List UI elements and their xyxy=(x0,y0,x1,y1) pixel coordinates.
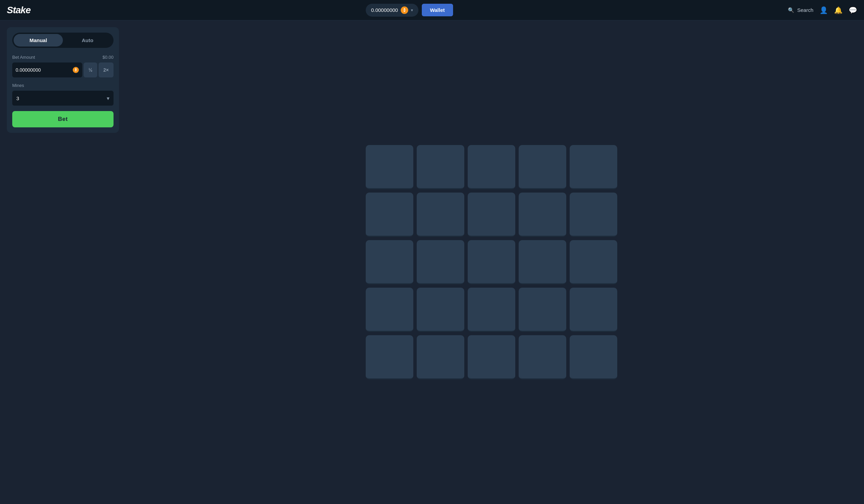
mine-tile[interactable] xyxy=(569,193,617,237)
search-label: Search xyxy=(797,7,813,13)
mine-tile[interactable] xyxy=(417,335,464,379)
mines-label: Mines xyxy=(12,83,24,88)
header-right: 🔍 Search 👤 🔔 💬 xyxy=(788,6,857,14)
search-button[interactable]: 🔍 Search xyxy=(788,7,813,13)
left-panel: Manual Auto Bet Amount $0.00 ₿ ½ 2× Mine… xyxy=(7,27,119,133)
mine-tile[interactable] xyxy=(569,335,617,379)
coin-icon: ₿ xyxy=(73,67,79,73)
bet-amount-row: Bet Amount $0.00 xyxy=(12,55,113,60)
bet-input-wrapper: ₿ xyxy=(12,62,82,77)
tab-auto[interactable]: Auto xyxy=(63,34,112,47)
chevron-down-icon: ▾ xyxy=(411,8,413,13)
mine-tile[interactable] xyxy=(366,335,413,379)
mine-tile[interactable] xyxy=(519,240,566,284)
header-center: 0.00000000 ₿ ▾ Wallet xyxy=(366,4,453,17)
mine-tile[interactable] xyxy=(366,145,413,189)
tab-toggle: Manual Auto xyxy=(12,33,113,48)
bet-amount-label: Bet Amount xyxy=(12,55,35,60)
game-area xyxy=(126,27,857,497)
mine-tile[interactable] xyxy=(519,335,566,379)
user-icon[interactable]: 👤 xyxy=(819,6,828,14)
double-button[interactable]: 2× xyxy=(98,62,113,77)
main-content: Manual Auto Bet Amount $0.00 ₿ ½ 2× Mine… xyxy=(0,20,864,504)
chevron-down-icon: ▾ xyxy=(107,95,109,101)
header-left: Stake xyxy=(7,5,31,16)
input-icons: ₿ xyxy=(73,67,79,73)
mine-tile[interactable] xyxy=(468,193,515,237)
mine-tile[interactable] xyxy=(366,240,413,284)
mine-tile[interactable] xyxy=(468,335,515,379)
mine-tile[interactable] xyxy=(468,288,515,332)
notification-icon[interactable]: 🔔 xyxy=(834,6,843,14)
btc-icon: ₿ xyxy=(401,7,408,14)
mine-tile[interactable] xyxy=(468,145,515,189)
mine-tile[interactable] xyxy=(417,145,464,189)
chat-icon[interactable]: 💬 xyxy=(849,6,857,14)
bet-button[interactable]: Bet xyxy=(12,111,113,127)
mine-tile[interactable] xyxy=(417,288,464,332)
mines-select-wrapper: 1 2 3 4 5 10 24 ▾ xyxy=(12,91,113,106)
bet-input-row: ₿ ½ 2× xyxy=(12,62,113,77)
logo[interactable]: Stake xyxy=(7,5,31,16)
wallet-button[interactable]: Wallet xyxy=(422,4,453,16)
bet-amount-value: $0.00 xyxy=(102,55,113,60)
half-button[interactable]: ½ xyxy=(84,62,97,77)
mine-tile[interactable] xyxy=(569,240,617,284)
mine-tile[interactable] xyxy=(366,193,413,237)
mines-grid xyxy=(359,138,624,386)
mine-tile[interactable] xyxy=(468,240,515,284)
mine-tile[interactable] xyxy=(569,288,617,332)
mine-tile[interactable] xyxy=(417,240,464,284)
mine-tile[interactable] xyxy=(519,288,566,332)
mines-select[interactable]: 1 2 3 4 5 10 24 xyxy=(16,96,107,101)
mine-tile[interactable] xyxy=(417,193,464,237)
mine-tile[interactable] xyxy=(366,288,413,332)
header: Stake 0.00000000 ₿ ▾ Wallet 🔍 Search 👤 🔔… xyxy=(0,0,864,20)
search-icon: 🔍 xyxy=(788,7,794,13)
balance-pill[interactable]: 0.00000000 ₿ ▾ xyxy=(366,4,418,17)
bet-input[interactable] xyxy=(16,67,71,73)
mines-label-row: Mines xyxy=(12,83,113,88)
tab-manual[interactable]: Manual xyxy=(14,34,63,47)
mine-tile[interactable] xyxy=(519,193,566,237)
mine-tile[interactable] xyxy=(569,145,617,189)
mine-tile[interactable] xyxy=(519,145,566,189)
balance-text: 0.00000000 xyxy=(371,7,398,13)
